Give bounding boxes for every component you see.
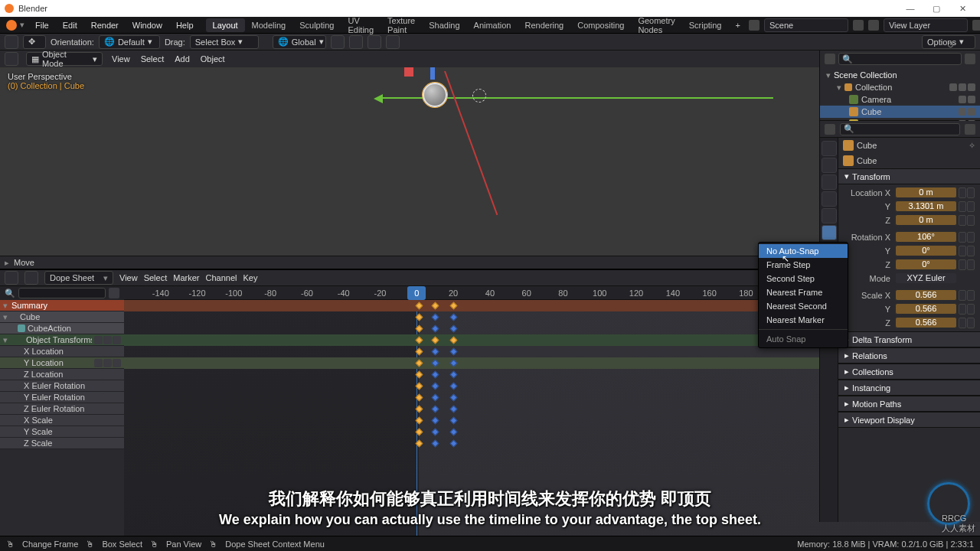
channel-search[interactable]: 🔍 [0,286,124,300]
dope-menu-select[interactable]: Select [144,273,168,282]
channel-fc-xrot[interactable]: X Euler Rotation [0,380,124,392]
outliner-item-camera[interactable]: Camera [820,93,980,106]
loc-x-field[interactable]: 0 m [895,187,957,198]
rot-x-field[interactable]: 106° [895,231,957,243]
drag-drop[interactable]: Select Box ▾ [190,35,259,49]
snap-opt-nearestframe[interactable]: Nearest Frame [759,285,848,299]
tab-layout[interactable]: Layout [206,18,245,32]
dope-menu-marker[interactable]: Marker [173,273,199,282]
props-options-icon[interactable] [965,124,975,135]
vp-menu-object[interactable]: Object [199,54,227,64]
tab-scene-icon[interactable] [822,191,837,207]
scene-name-field[interactable]: Scene [764,18,848,32]
channel-summary[interactable]: ▾Summary [0,300,124,311]
tab-world-icon[interactable] [822,208,837,223]
loc-y-field[interactable]: 3.1301 m [895,201,957,212]
orientation-drop[interactable]: 🌐 Default ▾ [99,35,160,49]
maximize-button[interactable]: ▢ [923,4,949,14]
channel-fc-yrot[interactable]: Y Euler Rotation [0,392,124,403]
close-button[interactable]: ✕ [949,4,975,14]
minimize-button[interactable]: — [897,4,923,13]
blender-icon[interactable]: ▾ [3,20,28,31]
channel-fc-zloc[interactable]: Z Location [0,369,124,380]
props-search[interactable]: 🔍 [840,123,960,135]
tab-scripting[interactable]: Scripting [682,18,729,32]
panel-instancing[interactable]: ▸Instancing [838,380,980,396]
tab-object-icon[interactable] [822,225,837,240]
dope-editor-icon[interactable] [5,271,18,285]
tab-texpaint[interactable]: Texture Paint [381,14,422,37]
menu-window[interactable]: Window [126,19,168,31]
tab-shading[interactable]: Shading [422,18,466,32]
vp-menu-view[interactable]: View [110,54,132,64]
menu-render[interactable]: Render [85,19,125,31]
panel-motion-paths[interactable]: ▸Motion Paths [838,396,980,412]
dope-mode-drop[interactable]: Dope Sheet ▾ [44,271,113,285]
snap-opt-nearestmarker[interactable]: Nearest Marker [759,313,848,327]
pivot-icon[interactable] [331,35,345,49]
tab-output-icon[interactable] [822,158,837,173]
snap-toggle-icon[interactable] [349,35,363,49]
outliner-scene-collection[interactable]: ▾Scene Collection [820,69,980,81]
dope-menu-channel[interactable]: Channel [205,273,237,282]
mode-drop[interactable]: ▦ Object Mode ▾ [26,52,103,66]
scl-x-field[interactable]: 0.566 [895,289,957,301]
panel-transform[interactable]: ▾Transform [838,168,980,184]
snap-opt-nearestsecond[interactable]: Nearest Second [759,299,848,313]
tab-uv[interactable]: UV Editing [341,14,381,37]
scene-new-icon[interactable] [853,20,864,31]
menu-help[interactable]: Help [170,19,200,31]
tab-geonodes[interactable]: Geometry Nodes [631,14,681,37]
tab-modeling[interactable]: Modeling [245,18,293,32]
channel-fc-xloc[interactable]: X Location [0,346,124,357]
outliner-item-cube[interactable]: Cube [820,106,980,118]
editor-type-icon[interactable] [5,35,18,49]
outliner-collection[interactable]: ▾Collection [820,81,980,93]
rot-mode-drop[interactable]: XYZ Euler [895,272,957,284]
menu-file[interactable]: File [29,19,55,31]
channel-fc-yloc[interactable]: Y Location [0,357,124,369]
scl-y-field[interactable]: 0.566 [895,303,957,315]
channel-fc-zrot[interactable]: Z Euler Rotation [0,403,124,415]
rot-y-field[interactable]: 0° [895,245,957,256]
dope-menu-key[interactable]: Key [243,273,257,282]
tab-sculpting[interactable]: Sculpting [292,18,341,32]
3d-cursor-icon[interactable] [472,89,486,103]
shade-wire-icon[interactable] [947,41,954,50]
channel-fc-xscale[interactable]: X Scale [0,415,124,426]
prop-edit-icon[interactable] [386,35,400,49]
channel-object[interactable]: ▾Cube [0,311,124,323]
channel-fc-yscale[interactable]: Y Scale [0,426,124,438]
dope-menu-view[interactable]: View [119,273,138,282]
dope-action-icon[interactable] [24,271,38,285]
outliner-search[interactable]: 🔍 [838,53,962,65]
object-cube[interactable] [423,83,447,107]
channel-fc-zscale[interactable]: Z Scale [0,438,124,449]
tab-animation[interactable]: Animation [467,18,518,32]
props-editor-icon[interactable] [825,124,835,135]
panel-viewport-display[interactable]: ▸Viewport Display [838,412,980,428]
tab-compositing[interactable]: Compositing [570,18,631,32]
scl-z-field[interactable]: 0.566 [895,317,957,328]
transform-space-drop[interactable]: 🌐 Global ▾ [273,35,326,49]
channel-fold-icon[interactable] [109,288,119,298]
tab-rendering[interactable]: Rendering [518,18,570,32]
move-arrow-icon[interactable] [374,94,383,103]
snap-opt-noauto[interactable]: No Auto-Snap [759,244,848,258]
snap-target-icon[interactable] [368,35,381,49]
channel-action[interactable]: CubeAction [0,323,124,334]
vp-menu-select[interactable]: Select [139,54,166,64]
move-handle-x-icon[interactable] [404,67,413,77]
menu-edit[interactable]: Edit [57,19,83,31]
outliner-filter-icon[interactable] [965,54,975,64]
snap-opt-secondstep[interactable]: Second Step [759,272,848,285]
panel-collections[interactable]: ▸Collections [838,364,980,380]
loc-z-field[interactable]: 0 m [895,214,957,226]
panel-relations[interactable]: ▸Relations [838,347,980,364]
tab-viewlayer-icon[interactable] [822,174,837,190]
scene-browse-icon[interactable] [749,20,760,31]
channel-group[interactable]: ▾Object Transforms [0,334,124,346]
tool-select-icon[interactable]: ✥ [23,35,46,49]
prop-data-name[interactable]: Cube [838,153,980,168]
tab-render-icon[interactable] [822,141,837,156]
